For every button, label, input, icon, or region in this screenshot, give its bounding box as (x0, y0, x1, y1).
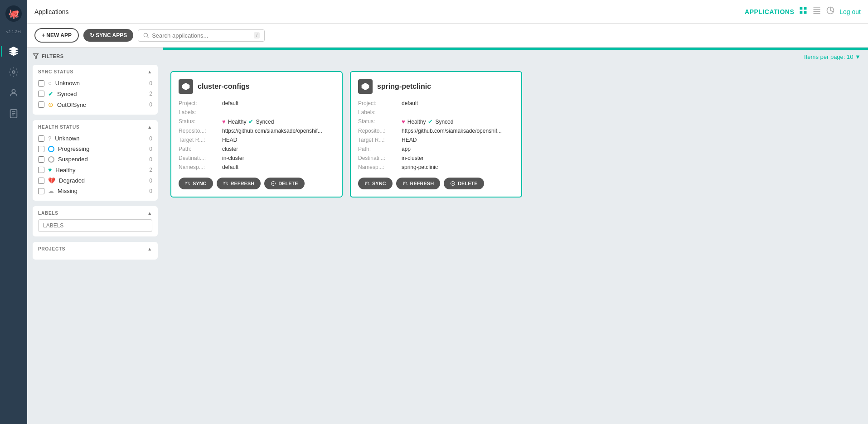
topbar: Applications APPLICATIONS (27, 0, 868, 24)
chart-view-icon[interactable] (826, 6, 835, 17)
svg-text:🐙: 🐙 (8, 8, 19, 19)
health-degraded-checkbox[interactable] (38, 178, 44, 184)
projects-chevron[interactable] (147, 246, 152, 251)
search-input[interactable] (152, 32, 251, 39)
health-missing-checkbox[interactable] (38, 188, 44, 194)
sidebar-icon-settings[interactable] (5, 64, 22, 80)
health-degraded-count: 0 (149, 178, 152, 184)
projects-header: PROJECTS (38, 246, 152, 251)
delete-button-cluster[interactable]: DELETE (264, 178, 304, 189)
content-row: FILTERS SYNC STATUS ○ Unknown 0 (27, 48, 868, 424)
svg-point-3 (12, 90, 15, 93)
svg-marker-19 (34, 54, 39, 58)
logo-icon[interactable]: 🐙 (5, 5, 23, 23)
sync-outofsync-count: 0 (149, 101, 152, 108)
svg-rect-8 (800, 7, 803, 10)
health-suspended-label: Suspended (58, 156, 145, 163)
sync-unknown-item: ○ Unknown 0 (38, 78, 152, 88)
app-title-label: APPLICATIONS (745, 8, 794, 15)
labels-label: Labels: (179, 109, 219, 116)
sidebar: 🐙 v2.1.2+t (0, 0, 27, 424)
dest-value: in-cluster (222, 155, 335, 161)
actionbar: + NEW APP ↻ SYNC APPS / (27, 24, 868, 48)
sync-button-cluster[interactable]: SYNC (179, 178, 213, 189)
cards-grid: cluster-configs Project: default Labels:… (163, 64, 868, 205)
list-view-icon[interactable] (812, 6, 821, 17)
health-missing-count: 0 (149, 188, 152, 194)
sidebar-icon-docs[interactable] (5, 106, 22, 122)
sidebar-icon-layers[interactable] (5, 43, 22, 59)
sync-outofsync-checkbox[interactable] (38, 101, 44, 108)
health-healthy-label: Healthy (55, 167, 145, 173)
sidebar-icon-user[interactable] (5, 85, 22, 101)
health-progressing-item: Progressing 0 (38, 144, 152, 154)
card-header-spring: spring-petclinic (358, 79, 514, 94)
svg-point-2 (12, 71, 15, 73)
card-row-repo: Reposito...: https://github.com/siamaksa… (179, 128, 335, 134)
filter-label: FILTERS (42, 53, 64, 59)
health-unknown-checkbox[interactable] (38, 135, 44, 142)
labels-header: LABELS (38, 211, 152, 216)
sync-synced-checkbox[interactable] (38, 91, 44, 97)
health-suspended-checkbox[interactable] (38, 156, 44, 163)
sync-apps-button[interactable]: ↻ SYNC APPS (83, 29, 133, 42)
filter-icon (33, 53, 39, 59)
card-row-status-spring: Status: ♥ Healthy ✔ Synced (358, 118, 514, 125)
new-app-button[interactable]: + NEW APP (34, 28, 79, 43)
sync-outofsync-label: OutOfSync (57, 101, 145, 108)
health-icon-spring: ♥ (402, 118, 405, 125)
labels-chevron[interactable] (147, 211, 152, 216)
project-value: default (222, 100, 335, 106)
health-healthy-item: ♥ Healthy 2 (38, 164, 152, 175)
health-unknown-item: ? Unknown 0 (38, 133, 152, 144)
sync-button-spring[interactable]: SYNC (358, 178, 393, 189)
sync-icon: ✔ (248, 118, 253, 125)
svg-rect-10 (800, 11, 803, 14)
health-progressing-label: Progressing (58, 145, 145, 152)
health-healthy-checkbox[interactable] (38, 167, 44, 173)
sync-status-section: SYNC STATUS ○ Unknown 0 ✔ Synced 2 (33, 65, 158, 115)
status-value: ♥ Healthy ✔ Synced (222, 118, 335, 125)
svg-rect-11 (804, 11, 807, 14)
refresh-button-spring[interactable]: REFRESH (396, 178, 441, 189)
health-text-spring: Healthy (407, 119, 426, 125)
main-container: Applications APPLICATIONS (27, 0, 868, 424)
health-suspended-count: 0 (149, 156, 152, 163)
delete-button-spring[interactable]: DELETE (444, 178, 484, 189)
labels-value (222, 109, 335, 116)
sync-unknown-checkbox[interactable] (38, 80, 44, 87)
card-header: cluster-configs (179, 79, 335, 94)
health-icon: ♥ (222, 118, 226, 125)
path-value: cluster (222, 146, 335, 152)
svg-rect-12 (814, 7, 820, 8)
svg-rect-15 (814, 13, 820, 14)
dest-label: Destinati...: (179, 155, 219, 161)
repo-value-spring: https://github.com/siamaksade/openshif..… (402, 128, 514, 134)
sync-status-chevron[interactable] (147, 69, 152, 74)
card-row-labels-spring: Labels: (358, 109, 514, 116)
refresh-button-cluster[interactable]: REFRESH (217, 178, 261, 189)
search-icon (143, 32, 149, 39)
card-row-project: Project: default (179, 100, 335, 106)
health-degraded-icon: 💔 (48, 177, 55, 184)
card-row-target-spring: Target R...: HEAD (358, 137, 514, 143)
target-label-spring: Target R...: (358, 137, 399, 143)
dest-value-spring: in-cluster (402, 155, 514, 161)
grid-view-icon[interactable] (799, 6, 808, 17)
version-label: v2.1.2+t (6, 29, 21, 34)
logout-button[interactable]: Log out (839, 8, 861, 15)
sync-outofsync-item: ⊙ OutOfSync 0 (38, 99, 152, 110)
project-label-spring: Project: (358, 100, 399, 106)
labels-input[interactable] (38, 219, 152, 232)
card-row-status: Status: ♥ Healthy ✔ Synced (179, 118, 335, 125)
items-per-page[interactable]: Items per page: 10 ▼ (163, 50, 868, 64)
sync-synced-count: 2 (149, 91, 152, 97)
health-status-chevron[interactable] (147, 125, 152, 130)
svg-rect-14 (814, 11, 820, 12)
health-progressing-checkbox[interactable] (38, 146, 44, 152)
card-row-path-spring: Path: app (358, 146, 514, 152)
svg-rect-13 (814, 10, 820, 10)
card-row-repo-spring: Reposito...: https://github.com/siamaksa… (358, 128, 514, 134)
ns-label: Namesp...: (179, 164, 219, 170)
labels-value-spring (402, 109, 514, 116)
